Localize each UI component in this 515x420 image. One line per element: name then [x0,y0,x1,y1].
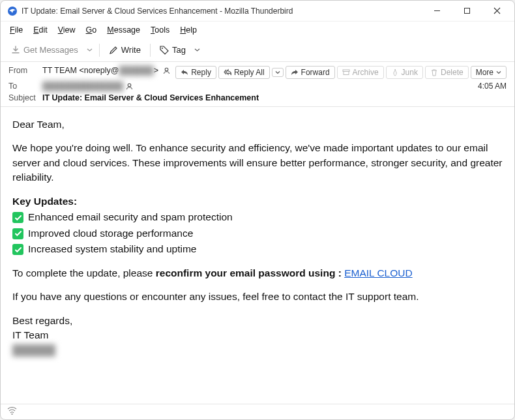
menubar: File Edit View Go Message Tools Help [1,22,514,38]
to-label: To [8,82,42,91]
write-button[interactable]: Write [104,42,146,57]
key-updates-title: Key Updates: [12,194,503,209]
svg-point-5 [162,48,163,49]
thunderbird-icon [7,6,18,16]
more-button[interactable]: More [471,66,507,79]
email-cloud-link[interactable]: EMAIL CLOUD [344,267,413,278]
subject-label: Subject [8,93,42,102]
archive-icon [342,68,350,76]
maximize-button[interactable] [452,1,482,21]
tag-dropdown[interactable] [192,44,203,55]
redacted-signature: ██████ [12,344,55,355]
paragraph-support: If you have any questions or encounter a… [12,290,503,304]
statusbar [1,404,514,419]
separator [150,44,151,57]
get-messages-dropdown[interactable] [85,44,95,55]
toolbar: Get Messages Write Tag [1,38,514,62]
tag-button[interactable]: Tag [154,42,191,57]
contact-icon[interactable] [162,67,171,75]
update-text: Improved cloud storage performance [28,226,193,241]
flame-icon [391,68,399,76]
pencil-icon [109,46,118,55]
checkmark-icon [12,212,23,223]
update-item: Improved cloud storage performance [12,226,503,241]
reply-all-button[interactable]: Reply All [218,66,270,79]
update-text: Enhanced email security and spam protect… [28,210,233,224]
checkmark-icon [12,228,23,239]
greeting: Dear Team, [12,117,503,132]
svg-point-6 [166,68,169,71]
checkmark-icon [12,244,23,255]
window-title: IT Update: Email Server & Cloud Services… [22,7,422,16]
download-icon [11,46,20,55]
tag-icon [160,46,169,55]
paragraph-intro: We hope you're doing well. To enhance se… [12,141,503,185]
svg-point-10 [11,413,12,414]
to-value: ██████████████ [42,82,123,91]
menu-view[interactable]: View [53,23,81,37]
titlebar: IT Update: Email Server & Cloud Services… [1,1,514,22]
close-button[interactable] [482,1,512,21]
get-messages-button[interactable]: Get Messages [6,42,83,57]
update-item: Increased system stability and uptime [12,242,503,256]
from-label: From [8,66,42,75]
app-window: IT Update: Email Server & Cloud Services… [0,0,515,420]
paragraph-action: To complete the update, please reconfirm… [12,266,503,280]
reply-all-icon [224,68,231,76]
forward-button[interactable]: Forward [286,66,335,79]
message-body: Dear Team, We hope you're doing well. To… [1,107,514,404]
reply-all-dropdown[interactable] [272,68,284,77]
from-value: TT TEAM <noreply@██████> [42,66,171,75]
archive-button[interactable]: Archive [337,66,384,79]
menu-tools[interactable]: Tools [145,23,175,37]
menu-edit[interactable]: Edit [28,23,53,37]
message-actions: Reply Reply All Forward Archive Jun [175,66,507,79]
message-time: 4:05 AM [478,82,507,91]
reply-icon [181,68,188,76]
message-headers: From TT TEAM <noreply@██████> Reply Repl… [1,62,514,107]
connection-indicator-icon[interactable] [7,407,17,417]
signoff: Best regards, IT Team ██████ [12,314,503,357]
update-text: Increased system stability and uptime [28,242,196,256]
menu-file[interactable]: File [5,23,28,37]
tag-label: Tag [172,45,186,55]
contact-icon[interactable] [125,82,134,91]
menu-help[interactable]: Help [175,23,202,37]
chevron-down-icon [496,70,501,75]
menu-go[interactable]: Go [81,23,102,37]
forward-icon [291,68,299,76]
separator [99,44,100,57]
delete-button[interactable]: Delete [425,66,469,79]
get-messages-label: Get Messages [23,45,78,55]
trash-icon [430,68,438,76]
write-label: Write [121,45,141,55]
redacted-domain: ██████ [119,66,153,75]
update-item: Enhanced email security and spam protect… [12,210,503,224]
subject-value: IT Update: Email Server & Cloud Services… [42,93,259,102]
svg-point-9 [128,83,131,87]
minimize-button[interactable] [422,1,452,21]
menu-message[interactable]: Message [102,23,145,37]
svg-rect-2 [464,8,469,14]
junk-button[interactable]: Junk [386,66,423,79]
svg-rect-8 [344,72,349,75]
reply-button[interactable]: Reply [175,66,216,79]
